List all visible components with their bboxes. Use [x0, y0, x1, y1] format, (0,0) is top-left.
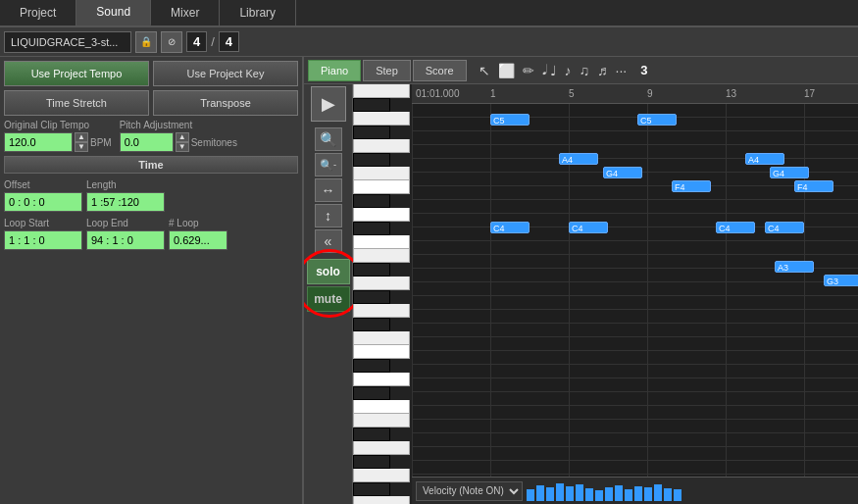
solo-mute-area: solo mute [307, 259, 350, 312]
piano-note[interactable]: A4 [745, 153, 784, 165]
toolbar: 🔒 ⊘ 4 / 4 [0, 27, 858, 57]
piano-note[interactable]: F4 [672, 180, 711, 192]
piano-note[interactable]: A3 [775, 261, 814, 273]
piano-note[interactable]: C4 [765, 222, 804, 233]
top-tabs: Project Sound Mixer Library [0, 0, 858, 27]
play-button[interactable]: ▶ [311, 86, 346, 122]
tempo-spinner[interactable]: ▲ ▼ [75, 132, 88, 152]
dots-icon[interactable]: ··· [614, 63, 630, 78]
tempo-input[interactable] [4, 132, 73, 152]
pitch-up[interactable]: ▲ [176, 132, 189, 142]
timeline-mark-17: 17 [804, 88, 815, 99]
note-grid[interactable]: C5C5A4A4G4G4G4F4F4C4C4C4C4C4A3G3 [412, 104, 858, 477]
tempo-down[interactable]: ▼ [75, 142, 88, 152]
timeline-mark-9: 9 [647, 88, 653, 99]
semitones-unit: Semitones [191, 137, 237, 148]
piano-note[interactable]: C4 [716, 222, 755, 233]
piano-note[interactable]: G4 [603, 167, 642, 178]
use-project-key-button[interactable]: Use Project Key [153, 61, 298, 86]
lock-icon[interactable]: 🔒 [135, 31, 157, 53]
note5-icon[interactable]: ♬ [595, 63, 610, 78]
velocity-bar-item [566, 486, 574, 501]
original-clip-tempo-group: Original Clip Tempo ▲ ▼ BPM [4, 120, 112, 152]
loop-row: Loop Start Loop End # Loop [4, 218, 298, 250]
time-start-label: 01:01.000 [416, 88, 460, 99]
eraser-icon[interactable]: ⬜ [496, 63, 517, 78]
params-row: Original Clip Tempo ▲ ▼ BPM Pitch Adjust… [4, 120, 298, 152]
pitch-spinner[interactable]: ▲ ▼ [176, 132, 189, 152]
transpose-button[interactable]: Transpose [153, 90, 298, 116]
rewind-button[interactable]: « [315, 229, 342, 253]
piano-note[interactable]: G4 [770, 167, 809, 178]
tab-step[interactable]: Step [363, 60, 411, 81]
velocity-bar-item [536, 485, 544, 501]
piano-note[interactable]: A4 [559, 153, 598, 165]
time-fields: Offset Length [4, 177, 298, 214]
offset-group: Offset [4, 179, 82, 212]
velocity-bar: Velocity (Note ON) [412, 477, 858, 504]
offset-input[interactable] [4, 192, 82, 212]
velocity-bar-item [674, 489, 681, 501]
pitch-adjustment-label: Pitch Adjustment [120, 120, 237, 130]
time-sig-numerator[interactable]: 4 [186, 31, 207, 52]
tempo-key-row: Use Project Tempo Use Project Key [4, 61, 298, 86]
offset-label: Offset [4, 179, 82, 190]
solo-button[interactable]: solo [307, 259, 350, 284]
velocity-bar-item [664, 488, 672, 501]
tab-piano[interactable]: Piano [308, 60, 361, 81]
pitch-input[interactable] [120, 132, 174, 152]
vertical-arrows-button[interactable]: ↕ [315, 204, 342, 227]
tab-library[interactable]: Library [220, 0, 296, 25]
piano-note[interactable]: C5 [490, 114, 530, 126]
pencil-icon[interactable]: ✏ [521, 63, 536, 78]
piano-note[interactable]: G3 [824, 275, 858, 286]
note1-icon[interactable]: 𝅘𝅥 [540, 62, 544, 78]
horizontal-arrows-button[interactable]: ↔ [315, 178, 342, 202]
piano-note[interactable]: C4 [490, 222, 530, 233]
loop-end-group: Loop End [86, 218, 165, 250]
velocity-bar-item [644, 487, 652, 501]
zoom-in-button[interactable]: 🔍 [315, 127, 342, 151]
time-stretch-button[interactable]: Time Stretch [4, 90, 149, 116]
time-sig-denominator[interactable]: 4 [219, 31, 239, 52]
length-group: Length [86, 179, 165, 212]
use-project-tempo-button[interactable]: Use Project Tempo [4, 61, 149, 86]
piano-note[interactable]: C5 [637, 114, 677, 126]
length-label: Length [86, 179, 165, 190]
bpm-unit: BPM [90, 137, 112, 148]
timeline-mark-1: 1 [490, 88, 496, 99]
grid-background [412, 104, 858, 477]
cursor-icon[interactable]: ↖ [477, 63, 492, 78]
tempo-input-row: ▲ ▼ BPM [4, 132, 112, 152]
loop-end-label: Loop End [86, 218, 165, 228]
tab-mixer[interactable]: Mixer [151, 0, 220, 25]
velocity-bar-item [595, 490, 603, 501]
note3-icon[interactable]: ♪ [563, 63, 574, 78]
velocity-bar-item [585, 488, 593, 501]
length-input[interactable] [86, 192, 165, 212]
piano-note[interactable]: F4 [794, 180, 833, 192]
piano-roll-tabs: Piano Step Score ↖ ⬜ ✏ 𝅘𝅥 ♩ ♪ ♫ ♬ ··· 3 [304, 57, 858, 84]
loop-start-input[interactable] [4, 230, 82, 250]
velocity-select[interactable]: Velocity (Note ON) [416, 481, 523, 501]
loop-count-input[interactable] [169, 230, 227, 250]
velocity-mini-bars [527, 481, 854, 501]
note4-icon[interactable]: ♫ [578, 63, 592, 78]
velocity-bar-item [625, 489, 632, 501]
filename-input[interactable] [4, 31, 131, 53]
no-icon[interactable]: ⊘ [161, 31, 182, 53]
mute-button[interactable]: mute [307, 286, 350, 312]
loop-end-input[interactable] [86, 230, 165, 250]
piano-note[interactable]: C4 [569, 222, 608, 233]
tab-sound[interactable]: Sound [76, 0, 151, 25]
pitch-down[interactable]: ▼ [176, 142, 189, 152]
note2-icon[interactable]: ♩ [548, 63, 559, 78]
timeline-mark-5: 5 [569, 88, 575, 99]
tab-project[interactable]: Project [0, 0, 76, 25]
tab-score[interactable]: Score [413, 60, 467, 81]
loop-count-group: # Loop [169, 218, 227, 250]
zoom-out-button[interactable]: 🔍- [315, 153, 342, 176]
pitch-adjustment-group: Pitch Adjustment ▲ ▼ Semitones [120, 120, 237, 152]
tempo-up[interactable]: ▲ [75, 132, 88, 142]
loop-start-group: Loop Start [4, 218, 82, 250]
